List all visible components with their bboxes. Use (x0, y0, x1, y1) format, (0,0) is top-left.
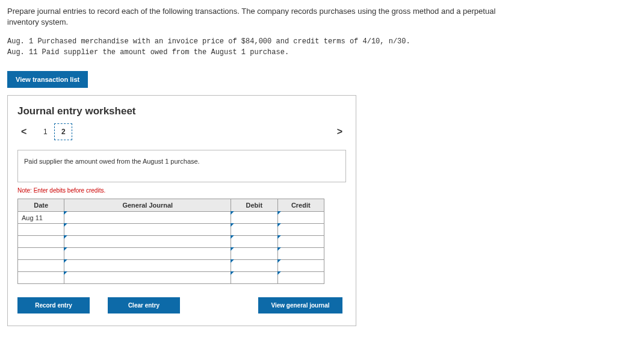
dropdown-icon (277, 235, 281, 239)
debit-cell[interactable] (231, 224, 277, 236)
dropdown-icon (277, 247, 281, 251)
debits-before-credits-note: Note: Enter debits before credits. (17, 187, 346, 194)
credit-cell[interactable] (277, 212, 324, 224)
transaction-line-1: Aug. 1 Purchased merchandise with an inv… (7, 36, 637, 47)
dropdown-icon (277, 223, 281, 227)
journal-entry-table: Date General Journal Debit Credit Aug 11 (17, 199, 324, 284)
debit-cell[interactable] (231, 260, 277, 272)
dropdown-icon (64, 223, 67, 227)
account-cell[interactable] (64, 260, 231, 272)
table-row (18, 236, 324, 248)
dropdown-icon (64, 211, 67, 215)
view-general-journal-button[interactable]: View general journal (258, 297, 342, 313)
table-row: Aug 11 (18, 212, 324, 224)
date-cell[interactable] (18, 260, 64, 272)
date-cell[interactable] (18, 248, 64, 260)
dropdown-icon (277, 211, 281, 215)
header-date: Date (18, 199, 64, 212)
worksheet-tab-1[interactable]: 1 (36, 123, 54, 140)
credit-cell[interactable] (277, 272, 324, 284)
worksheet-button-row: Record entry Clear entry View general jo… (17, 297, 342, 313)
chevron-left-icon[interactable]: < (17, 126, 30, 137)
journal-worksheet-panel: Journal entry worksheet < 1 2 > Paid sup… (7, 95, 356, 326)
credit-cell[interactable] (277, 236, 324, 248)
dropdown-icon (231, 235, 234, 239)
worksheet-tab-2[interactable]: 2 (54, 123, 72, 140)
account-cell[interactable] (64, 236, 231, 248)
dropdown-icon (64, 247, 67, 251)
worksheet-nav: < 1 2 > (17, 123, 346, 140)
transaction-description-box: Paid supplier the amount owed from the A… (17, 150, 346, 182)
table-row (18, 224, 324, 236)
transaction-line-2: Aug. 11 Paid supplier the amount owed fr… (7, 47, 637, 58)
record-entry-button[interactable]: Record entry (17, 297, 90, 313)
dropdown-icon (231, 271, 234, 275)
instructions-text: Prepare journal entries to record each o… (7, 6, 501, 28)
clear-entry-button[interactable]: Clear entry (108, 297, 180, 313)
dropdown-icon (64, 259, 67, 263)
dropdown-icon (64, 235, 67, 239)
debit-cell[interactable] (231, 212, 277, 224)
date-cell[interactable] (18, 224, 64, 236)
account-cell[interactable] (64, 248, 231, 260)
account-cell[interactable] (64, 212, 231, 224)
date-cell[interactable] (18, 236, 64, 248)
header-credit: Credit (277, 199, 324, 212)
debit-cell[interactable] (231, 272, 277, 284)
dropdown-icon (64, 271, 67, 275)
dropdown-icon (231, 223, 234, 227)
dropdown-icon (231, 259, 234, 263)
account-cell[interactable] (64, 224, 231, 236)
table-row (18, 248, 324, 260)
dropdown-icon (231, 247, 234, 251)
date-cell[interactable]: Aug 11 (18, 212, 64, 224)
header-debit: Debit (231, 199, 277, 212)
transaction-lines: Aug. 1 Purchased merchandise with an inv… (7, 36, 637, 58)
debit-cell[interactable] (231, 236, 277, 248)
worksheet-title: Journal entry worksheet (17, 105, 346, 117)
table-row (18, 272, 324, 284)
credit-cell[interactable] (277, 260, 324, 272)
date-cell[interactable] (18, 272, 64, 284)
account-cell[interactable] (64, 272, 231, 284)
chevron-right-icon[interactable]: > (333, 126, 346, 137)
header-general-journal: General Journal (64, 199, 231, 212)
dropdown-icon (277, 259, 281, 263)
credit-cell[interactable] (277, 248, 324, 260)
credit-cell[interactable] (277, 224, 324, 236)
dropdown-icon (231, 211, 234, 215)
dropdown-icon (277, 271, 281, 275)
debit-cell[interactable] (231, 248, 277, 260)
view-transaction-list-button[interactable]: View transaction list (7, 71, 88, 88)
table-row (18, 260, 324, 272)
